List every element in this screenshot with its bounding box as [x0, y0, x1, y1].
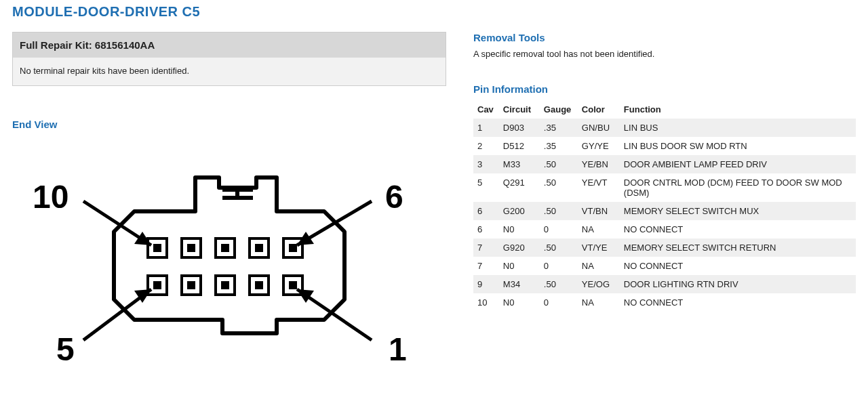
cell-color: YE/BN	[578, 155, 620, 173]
col-circuit: Circuit	[499, 100, 540, 119]
cell-cav: 1	[473, 119, 499, 137]
table-row: 7N00NANO CONNECT	[473, 257, 856, 275]
svg-rect-21	[255, 281, 263, 289]
svg-rect-19	[187, 281, 195, 289]
cell-function: NO CONNECT	[620, 257, 856, 275]
pin-label-1: 1	[389, 331, 407, 367]
table-row: 6G200.50VT/BNMEMORY SELECT SWITCH MUX	[473, 202, 856, 220]
cell-gauge: .50	[540, 202, 578, 220]
repair-kit-prefix: Full Repair Kit:	[20, 39, 95, 51]
cell-function: DOOR LIGHTING RTN DRIV	[620, 275, 856, 293]
table-row: 6N00NANO CONNECT	[473, 220, 856, 238]
cell-color: NA	[578, 293, 620, 312]
cell-cav: 6	[473, 202, 499, 220]
repair-kit-number: 68156140AA	[95, 39, 155, 51]
col-color: Color	[578, 100, 620, 119]
cell-gauge: .50	[540, 155, 578, 173]
cell-circuit: G200	[499, 202, 540, 220]
svg-rect-14	[187, 244, 195, 252]
cell-gauge: .50	[540, 275, 578, 293]
cell-circuit: M33	[499, 155, 540, 173]
svg-rect-17	[289, 244, 297, 252]
cell-gauge: .35	[540, 137, 578, 155]
cell-cav: 7	[473, 257, 499, 275]
cell-circuit: D512	[499, 137, 540, 155]
svg-rect-13	[153, 244, 161, 252]
cell-gauge: 0	[540, 257, 578, 275]
cell-function: LIN BUS	[620, 119, 856, 137]
cell-cav: 10	[473, 293, 499, 312]
cell-gauge: 0	[540, 220, 578, 238]
table-row: 2D512.35GY/YELIN BUS DOOR SW MOD RTN	[473, 137, 856, 155]
cell-function: MEMORY SELECT SWITCH MUX	[620, 202, 856, 220]
cell-color: YE/OG	[578, 275, 620, 293]
table-row: 1D903.35GN/BULIN BUS	[473, 119, 856, 137]
cell-cav: 2	[473, 137, 499, 155]
left-column: Full Repair Kit: 68156140AA No terminal …	[12, 32, 446, 367]
cell-cav: 7	[473, 238, 499, 257]
pin-label-6: 6	[385, 179, 403, 215]
cell-cav: 9	[473, 275, 499, 293]
connector-diagram: 10 6 5 1	[12, 137, 446, 367]
cell-color: YE/VT	[578, 173, 620, 202]
pin-table-body: 1D903.35GN/BULIN BUS 2D512.35GY/YELIN BU…	[473, 119, 856, 312]
cell-cav: 3	[473, 155, 499, 173]
repair-kit-box: Full Repair Kit: 68156140AA No terminal …	[12, 32, 446, 86]
cell-function: NO CONNECT	[620, 220, 856, 238]
cell-gauge: 0	[540, 293, 578, 312]
cell-function: MEMORY SELECT SWITCH RETURN	[620, 238, 856, 257]
cell-color: VT/BN	[578, 202, 620, 220]
cell-color: VT/YE	[578, 238, 620, 257]
cell-color: GN/BU	[578, 119, 620, 137]
right-column: Removal Tools A specific removal tool ha…	[473, 32, 856, 312]
col-cav: Cav	[473, 100, 499, 119]
table-row: 7G920.50VT/YEMEMORY SELECT SWITCH RETURN	[473, 238, 856, 257]
pin-information-heading: Pin Information	[473, 83, 856, 95]
cell-function: LIN BUS DOOR SW MOD RTN	[620, 137, 856, 155]
cell-cav: 5	[473, 173, 499, 202]
cell-color: NA	[578, 257, 620, 275]
svg-rect-15	[221, 244, 229, 252]
cell-circuit: N0	[499, 293, 540, 312]
svg-rect-16	[255, 244, 263, 252]
content-columns: Full Repair Kit: 68156140AA No terminal …	[12, 32, 856, 367]
repair-kit-body: No terminal repair kits have been identi…	[13, 58, 446, 85]
table-row: 3M33.50YE/BNDOOR AMBIENT LAMP FEED DRIV	[473, 155, 856, 173]
col-function: Function	[620, 100, 856, 119]
cell-circuit: N0	[499, 220, 540, 238]
cell-function: DOOR CNTRL MOD (DCM) FEED TO DOOR SW MOD…	[620, 173, 856, 202]
cell-circuit: Q291	[499, 173, 540, 202]
table-row: 10N00NANO CONNECT	[473, 293, 856, 312]
repair-kit-header: Full Repair Kit: 68156140AA	[13, 33, 446, 58]
pin-label-5: 5	[56, 331, 75, 367]
table-row: 5Q291.50YE/VTDOOR CNTRL MOD (DCM) FEED T…	[473, 173, 856, 202]
cell-function: NO CONNECT	[620, 293, 856, 312]
cell-cav: 6	[473, 220, 499, 238]
cell-color: NA	[578, 220, 620, 238]
cell-color: GY/YE	[578, 137, 620, 155]
col-gauge: Gauge	[540, 100, 578, 119]
cell-circuit: N0	[499, 257, 540, 275]
svg-rect-20	[221, 281, 229, 289]
svg-rect-18	[153, 281, 161, 289]
cell-circuit: M34	[499, 275, 540, 293]
svg-rect-22	[289, 281, 297, 289]
cell-gauge: .50	[540, 173, 578, 202]
table-row: 9M34.50YE/OGDOOR LIGHTING RTN DRIV	[473, 275, 856, 293]
connector-svg: 10 6 5 1	[19, 137, 439, 367]
page-title: MODULE-DOOR-DRIVER C5	[12, 4, 856, 20]
removal-tools-note: A specific removal tool has not been ide…	[473, 49, 856, 59]
pin-label-10: 10	[33, 179, 68, 215]
end-view-heading: End View	[12, 119, 446, 130]
removal-tools-heading: Removal Tools	[473, 32, 856, 43]
cell-gauge: .35	[540, 119, 578, 137]
cell-gauge: .50	[540, 238, 578, 257]
cell-circuit: D903	[499, 119, 540, 137]
pin-table: Cav Circuit Gauge Color Function 1D903.3…	[473, 100, 856, 312]
cell-function: DOOR AMBIENT LAMP FEED DRIV	[620, 155, 856, 173]
cell-circuit: G920	[499, 238, 540, 257]
pin-table-header-row: Cav Circuit Gauge Color Function	[473, 100, 856, 119]
